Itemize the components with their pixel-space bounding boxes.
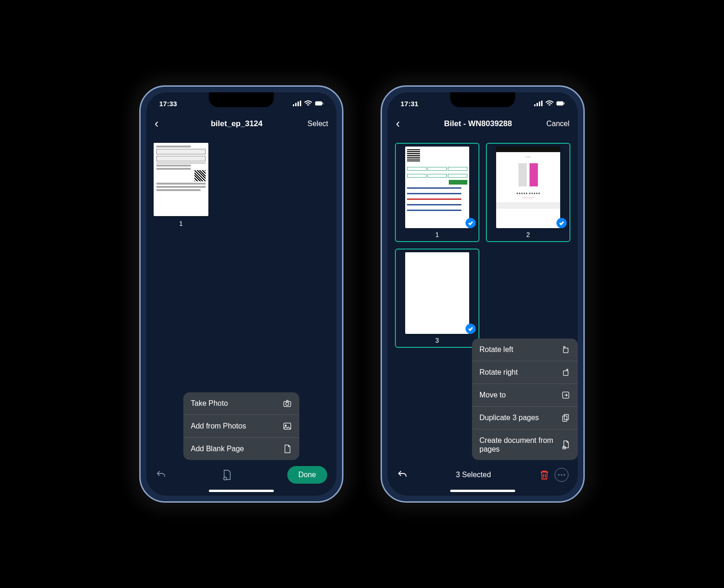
status-time: 17:31 (401, 100, 418, 108)
svg-rect-4 (315, 102, 322, 106)
more-button[interactable] (555, 468, 569, 482)
svg-rect-20 (564, 414, 569, 420)
notch (209, 92, 274, 107)
undo-icon[interactable] (155, 469, 167, 480)
svg-point-9 (285, 425, 286, 426)
image-icon (283, 422, 292, 431)
back-button[interactable]: ‹ (155, 116, 173, 131)
undo-icon[interactable] (397, 469, 408, 480)
select-button[interactable]: Select (300, 120, 328, 128)
camera-icon (283, 399, 292, 408)
phone-left: 17:33 ‹ bilet_ep_3124 Select (139, 85, 343, 503)
page-number: 2 (526, 231, 530, 238)
svg-rect-0 (293, 104, 294, 106)
nav-bar: ‹ Bilet - WN8039288 Cancel (388, 115, 578, 135)
nav-bar: ‹ bilet_ep_3124 Select (146, 115, 336, 135)
selected-check-icon (465, 218, 476, 228)
nav-title: bilet_ep_3124 (173, 119, 300, 128)
add-page-popover: Take Photo Add from Photos Add Blank Pag… (183, 392, 299, 460)
actions-popover: Rotate left Rotate right Move to Duplica… (472, 339, 578, 460)
page-number: 1 (435, 231, 439, 238)
svg-rect-14 (541, 101, 543, 106)
signal-icon (534, 100, 543, 107)
svg-point-25 (563, 474, 565, 475)
svg-rect-21 (562, 415, 567, 421)
page-thumbnail-3[interactable]: 3 (395, 249, 479, 348)
svg-rect-1 (295, 103, 297, 106)
trash-icon[interactable] (539, 469, 550, 480)
battery-icon (556, 100, 565, 107)
page-thumbnail[interactable]: 1 (154, 143, 208, 227)
selected-check-icon (556, 218, 567, 228)
home-indicator[interactable] (450, 490, 515, 492)
page-thumbnail-1[interactable]: 1 (395, 143, 479, 242)
duplicate-icon (561, 413, 570, 422)
svg-rect-15 (556, 102, 563, 106)
status-time: 17:33 (159, 100, 177, 108)
svg-point-24 (561, 474, 562, 475)
page-thumbnail-2[interactable]: —— ★★★★★ ★★★★★ —— —— 2 (486, 143, 570, 242)
create-doc-icon (561, 440, 570, 449)
svg-rect-13 (539, 102, 540, 106)
svg-rect-2 (297, 102, 299, 106)
selected-count: 3 Selected (408, 471, 539, 479)
cancel-button[interactable]: Cancel (542, 120, 569, 128)
signal-icon (293, 100, 301, 107)
home-indicator[interactable] (209, 490, 274, 492)
take-photo-item[interactable]: Take Photo (183, 392, 299, 415)
svg-point-7 (286, 403, 289, 406)
svg-rect-12 (537, 103, 538, 106)
notch (450, 92, 515, 107)
rotate-left-item[interactable]: Rotate left (472, 339, 578, 361)
svg-point-23 (558, 474, 559, 475)
rotate-right-icon (561, 368, 570, 377)
back-button[interactable]: ‹ (396, 116, 414, 131)
add-page-icon[interactable] (221, 469, 233, 480)
battery-icon (315, 100, 323, 107)
rotate-left-icon (561, 345, 570, 354)
move-to-item[interactable]: Move to (472, 384, 578, 407)
add-blank-page-item[interactable]: Add Blank Page (183, 438, 299, 460)
bottom-toolbar: Done (146, 460, 336, 490)
create-doc-item[interactable]: Create document from pages (472, 429, 578, 460)
phone-right: 17:31 ‹ Bilet - WN8039288 Cancel (381, 85, 585, 503)
svg-rect-5 (323, 102, 323, 105)
move-icon (561, 390, 570, 400)
done-button[interactable]: Done (287, 466, 327, 484)
wifi-icon (304, 100, 312, 107)
selected-check-icon (465, 324, 476, 334)
svg-rect-17 (563, 348, 568, 352)
duplicate-item[interactable]: Duplicate 3 pages (472, 407, 578, 429)
page-number: 3 (435, 337, 439, 344)
bottom-toolbar: 3 Selected (388, 460, 578, 490)
svg-rect-3 (300, 101, 301, 106)
wifi-icon (545, 100, 554, 107)
nav-title: Bilet - WN8039288 (414, 119, 542, 128)
page-number: 1 (179, 220, 183, 227)
rotate-right-item[interactable]: Rotate right (472, 361, 578, 384)
svg-rect-16 (564, 102, 565, 105)
add-from-photos-item[interactable]: Add from Photos (183, 415, 299, 438)
svg-rect-18 (563, 371, 568, 375)
page-icon (283, 444, 292, 454)
svg-rect-11 (534, 104, 536, 106)
